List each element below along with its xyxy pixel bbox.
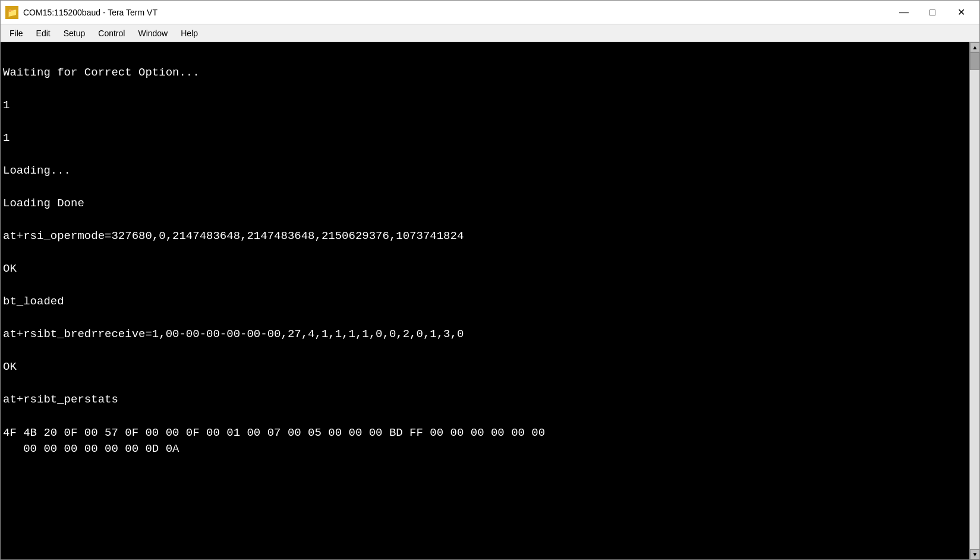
maximize-button[interactable]: □ [919, 3, 946, 22]
scroll-thumb[interactable] [970, 52, 979, 70]
main-window: 📁 COM15:115200baud - Tera Term VT — □ ✕ … [0, 0, 980, 560]
menu-item-file[interactable]: File [3, 26, 30, 41]
menu-item-edit[interactable]: Edit [30, 26, 57, 41]
menu-item-help[interactable]: Help [174, 26, 204, 41]
window-title: COM15:115200baud - Tera Term VT [23, 8, 890, 17]
scroll-up-arrow[interactable]: ▲ [970, 42, 979, 52]
title-bar: 📁 COM15:115200baud - Tera Term VT — □ ✕ [1, 1, 979, 24]
menu-item-setup[interactable]: Setup [57, 26, 92, 41]
minimize-button[interactable]: — [890, 3, 918, 22]
menu-item-window[interactable]: Window [131, 26, 174, 41]
scrollbar[interactable]: ▲ ▼ [969, 42, 979, 559]
terminal-output: Waiting for Correct Option... 1 1 Loadin… [1, 42, 969, 559]
scroll-track[interactable] [970, 52, 979, 549]
terminal-area[interactable]: Waiting for Correct Option... 1 1 Loadin… [1, 42, 979, 559]
close-button[interactable]: ✕ [947, 3, 975, 22]
menu-item-control[interactable]: Control [92, 26, 131, 41]
scroll-down-arrow[interactable]: ▼ [970, 549, 979, 559]
menu-bar: FileEditSetupControlWindowHelp [1, 24, 979, 42]
app-icon: 📁 [5, 6, 18, 19]
window-controls: — □ ✕ [890, 3, 975, 22]
